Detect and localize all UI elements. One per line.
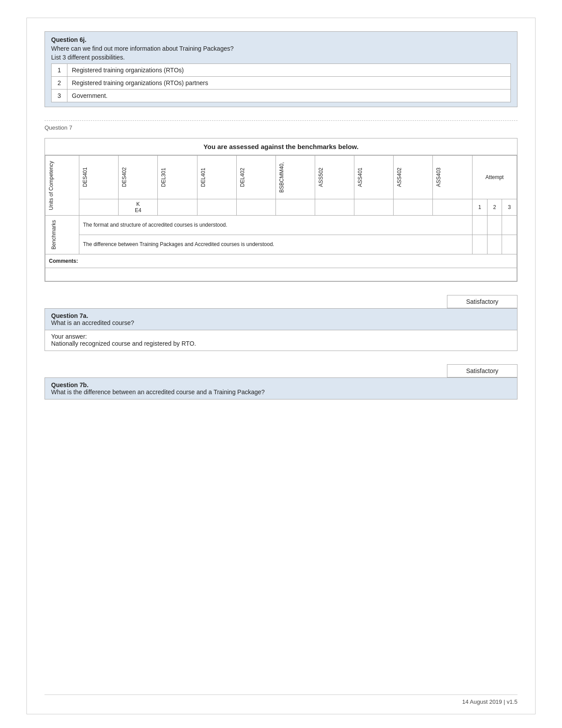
b1-attempt3 xyxy=(502,216,517,235)
comments-row: Comments: xyxy=(45,254,517,268)
bsbcmm40-header: BSBCMM40, xyxy=(275,156,315,199)
attempt3: 3 xyxy=(502,199,517,216)
benchmarks-title: You are assessed against the benchmarks … xyxy=(45,138,517,155)
benchmark-row-2: The difference between Training Packages… xyxy=(45,235,517,254)
b1-attempt1 xyxy=(473,216,488,235)
q7b-satisfactory-badge: Satisfactory xyxy=(447,364,517,377)
q6j-answer-row: 3Government. xyxy=(52,90,511,102)
benchmarks-wrapper: You are assessed against the benchmarks … xyxy=(45,138,517,282)
question-7-label: Question 7 xyxy=(45,124,517,131)
units-header: Units of Competency xyxy=(45,156,79,216)
question-7a-block: Question 7a. What is an accredited cours… xyxy=(45,308,517,351)
des402-header: DES402 xyxy=(119,156,158,199)
benchmark-text-2: The difference between Training Packages… xyxy=(79,235,473,254)
q7a-satisfactory-badge: Satisfactory xyxy=(447,295,517,308)
attempt-header: Attempt xyxy=(473,156,517,199)
ass403-header: ASS403 xyxy=(433,156,473,199)
benchmarks-label-cell: Benchmarks xyxy=(45,216,79,254)
del301-header: DEL301 xyxy=(158,156,197,199)
attempt2: 2 xyxy=(487,199,502,216)
answer-num: 2 xyxy=(52,77,67,90)
b2-attempt2 xyxy=(487,235,502,254)
answer-text: Registered training organizations (RTOs) xyxy=(67,64,511,77)
benchmark-text-1: The format and structure of accredited c… xyxy=(79,216,473,235)
b2-attempt3 xyxy=(502,235,517,254)
question-7b-block: Question 7b. What is the difference betw… xyxy=(45,377,517,399)
q6j-answer-row: 1Registered training organizations (RTOs… xyxy=(52,64,511,77)
q7a-answer-label: Your answer: xyxy=(51,333,511,340)
q7b-subtitle: What is the difference between an accred… xyxy=(51,388,511,396)
q7a-header: Question 7a. What is an accredited cours… xyxy=(45,309,517,330)
b1-attempt2 xyxy=(487,216,502,235)
attempt1: 1 xyxy=(473,199,488,216)
answer-num: 3 xyxy=(52,90,67,102)
del401-sub xyxy=(197,199,236,216)
ass402-header: ASS402 xyxy=(394,156,433,199)
q7b-title: Question 7b. xyxy=(51,381,511,388)
page-footer: 14 August 2019 | v1.5 xyxy=(45,694,517,705)
des402-sub: K E4 xyxy=(119,199,158,216)
benchmark-row-1: Benchmarks The format and structure of a… xyxy=(45,216,517,235)
des401-header: DES401 xyxy=(79,156,119,199)
question-6j-table: 1Registered training organizations (RTOs… xyxy=(51,63,511,102)
des401-sub xyxy=(79,199,119,216)
ass502-sub xyxy=(315,199,354,216)
q7a-satisfactory-row: Satisfactory xyxy=(45,295,517,308)
answer-text: Government. xyxy=(67,90,511,102)
comments-content-row xyxy=(45,268,517,281)
bsbcmm40-sub xyxy=(275,199,315,216)
footer-text: 14 August 2019 | v1.5 xyxy=(462,698,517,705)
ass401-header: ASS401 xyxy=(354,156,394,199)
question-6j-block: Question 6j. Where can we find out more … xyxy=(45,31,517,107)
q6j-answer-row: 2Registered training organizations (RTOs… xyxy=(52,77,511,90)
answer-num: 1 xyxy=(52,64,67,77)
b2-attempt1 xyxy=(473,235,488,254)
q7b-satisfactory-row: Satisfactory xyxy=(45,364,517,377)
del402-sub xyxy=(236,199,275,216)
q7b-header: Question 7b. What is the difference betw… xyxy=(45,378,517,399)
comments-content xyxy=(45,268,517,281)
ass403-sub xyxy=(433,199,473,216)
del401-header: DEL401 xyxy=(197,156,236,199)
del402-header: DEL402 xyxy=(236,156,275,199)
del301-sub xyxy=(158,199,197,216)
q7a-answer-text: Nationally recognized course and registe… xyxy=(51,340,511,347)
comments-label: Comments: xyxy=(45,254,517,268)
question-6j-title: Question 6j. xyxy=(51,36,511,43)
answer-text: Registered training organizations (RTOs)… xyxy=(67,77,511,90)
page-wrapper: Question 6j. Where can we find out more … xyxy=(26,18,536,714)
ass502-header: ASS502 xyxy=(315,156,354,199)
q7a-subtitle: What is an accredited course? xyxy=(51,319,511,326)
ass402-sub xyxy=(394,199,433,216)
ass401-sub xyxy=(354,199,394,216)
q7a-title: Question 7a. xyxy=(51,312,511,319)
benchmarks-table: Units of Competency DES401 DES402 DEL301… xyxy=(45,155,517,281)
question-6j-text1: Where can we find out more information a… xyxy=(51,45,511,52)
q7a-answer: Your answer: Nationally recognized cours… xyxy=(45,330,517,351)
question-7-divider xyxy=(45,120,517,121)
question-6j-text2: List 3 different possibilities. xyxy=(51,54,511,61)
